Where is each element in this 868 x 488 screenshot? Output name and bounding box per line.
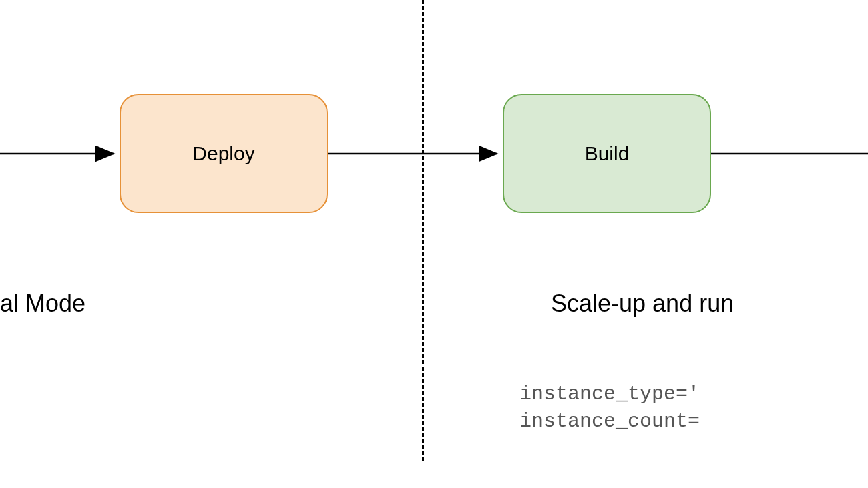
section-label-left: al Mode [0, 290, 85, 318]
node-deploy: Deploy [120, 94, 328, 213]
node-deploy-label: Deploy [192, 142, 254, 165]
code-snippet: instance_type=' instance_count= [519, 381, 700, 435]
code-line-2: instance_count= [519, 410, 700, 433]
node-build: Build [503, 94, 711, 213]
arrows-layer [0, 0, 868, 488]
section-label-right: Scale-up and run [551, 290, 734, 318]
flow-diagram: Deploy Build al Mode Scale-up and run in… [0, 0, 868, 488]
node-build-label: Build [585, 142, 630, 165]
code-line-1: instance_type=' [519, 383, 700, 405]
section-divider [422, 0, 424, 461]
